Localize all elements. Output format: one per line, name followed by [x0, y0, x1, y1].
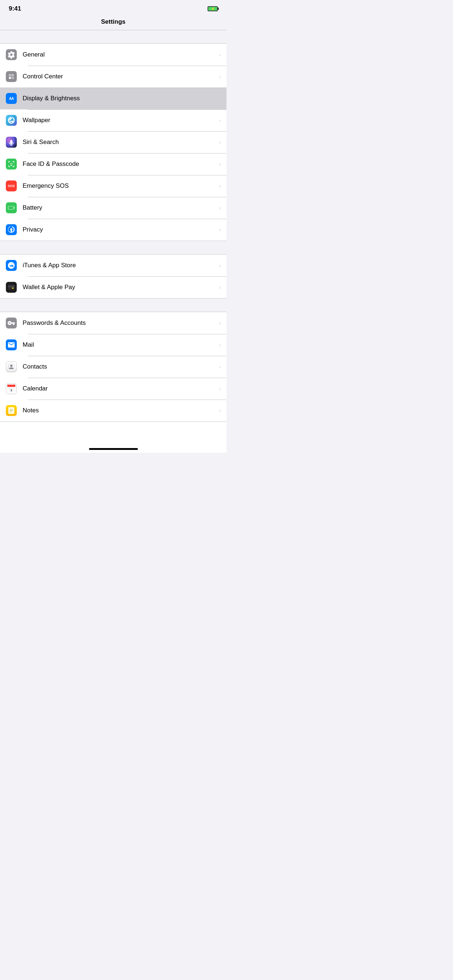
siri-search-chevron: ›	[219, 139, 221, 145]
settings-group-1: General › Control Center › AA Display & …	[0, 43, 226, 241]
svg-rect-25	[8, 368, 9, 369]
svg-text:1: 1	[11, 389, 13, 392]
contacts-chevron: ›	[219, 364, 221, 370]
display-brightness-icon: AA	[6, 93, 17, 104]
svg-rect-15	[14, 207, 14, 208]
siri-search-label: Siri & Search	[22, 138, 216, 146]
sidebar-item-contacts[interactable]: Contacts ›	[0, 356, 226, 378]
sidebar-item-emergency-sos[interactable]: SOS Emergency SOS ›	[0, 175, 226, 197]
section-gap-2	[0, 241, 226, 254]
general-label: General	[22, 51, 216, 58]
battery-body: ⚡	[207, 6, 218, 11]
passwords-chevron: ›	[219, 320, 221, 326]
control-center-label: Control Center	[22, 73, 216, 80]
svg-rect-16	[8, 206, 14, 209]
appstore-chevron: ›	[219, 262, 221, 268]
battery-status-icon: ⚡	[207, 6, 218, 11]
section-gap-3	[0, 299, 226, 312]
home-bar	[0, 444, 226, 453]
svg-point-9	[10, 140, 13, 145]
face-id-chevron: ›	[219, 161, 221, 167]
sidebar-item-mail[interactable]: Mail ›	[0, 334, 226, 356]
appstore-label: iTunes & App Store	[22, 262, 216, 269]
svg-point-22	[10, 364, 13, 367]
contacts-icon	[6, 361, 17, 372]
sidebar-item-siri-search[interactable]: Siri & Search ›	[0, 131, 226, 153]
svg-rect-19	[12, 288, 14, 289]
general-chevron: ›	[219, 52, 221, 57]
emergency-sos-icon: SOS	[6, 180, 17, 191]
sidebar-item-wallet-applepay[interactable]: Wallet & Apple Pay ›	[0, 276, 226, 298]
svg-rect-2	[9, 77, 11, 79]
control-center-icon	[6, 71, 17, 82]
face-id-label: Face ID & Passcode	[22, 161, 216, 168]
sidebar-item-itunes-appstore[interactable]: iTunes & App Store ›	[0, 255, 226, 276]
sidebar-item-battery[interactable]: Battery ›	[0, 197, 226, 219]
svg-point-4	[10, 75, 11, 76]
page-title: Settings	[101, 18, 126, 25]
battery-bolt-icon: ⚡	[211, 7, 215, 11]
notes-icon	[6, 405, 17, 416]
wallet-icon	[6, 282, 17, 293]
sidebar-item-display-brightness[interactable]: AA Display & Brightness ›	[0, 88, 226, 110]
control-center-chevron: ›	[219, 74, 221, 80]
calendar-label: Calendar	[22, 385, 216, 392]
face-id-icon	[6, 159, 17, 170]
sidebar-item-calendar[interactable]: 1 Calendar ›	[0, 378, 226, 399]
svg-rect-18	[8, 286, 14, 287]
battery-label: Battery	[22, 204, 216, 212]
settings-group-3: Passwords & Accounts › Mail › Contacts ›	[0, 312, 226, 422]
display-brightness-label: Display & Brightness	[22, 95, 216, 102]
settings-group-2: iTunes & App Store › Wallet & Apple Pay …	[0, 254, 226, 299]
svg-rect-20	[8, 285, 14, 286]
mail-chevron: ›	[219, 342, 221, 348]
mail-label: Mail	[22, 341, 216, 348]
svg-point-5	[12, 75, 13, 76]
emergency-sos-label: Emergency SOS	[22, 182, 216, 189]
notes-label: Notes	[22, 407, 216, 414]
privacy-label: Privacy	[22, 226, 216, 233]
wallpaper-icon	[6, 115, 17, 126]
sidebar-item-wallpaper[interactable]: Wallpaper ›	[0, 110, 226, 131]
sidebar-item-notes[interactable]: Notes ›	[0, 399, 226, 422]
svg-rect-23	[8, 365, 9, 366]
sidebar-item-general[interactable]: General ›	[0, 44, 226, 65]
mail-icon	[6, 339, 17, 350]
privacy-icon	[6, 224, 17, 235]
calendar-chevron: ›	[219, 386, 221, 391]
sidebar-item-passwords-accounts[interactable]: Passwords & Accounts ›	[0, 312, 226, 334]
wallpaper-label: Wallpaper	[22, 117, 216, 124]
status-bar: 9:41 ⚡	[0, 0, 226, 15]
home-indicator	[89, 448, 138, 450]
privacy-chevron: ›	[219, 227, 221, 232]
section-gap-1	[0, 30, 226, 43]
display-brightness-chevron: ›	[219, 95, 221, 101]
sidebar-item-face-id[interactable]: Face ID & Passcode ›	[0, 153, 226, 175]
calendar-icon: 1	[6, 383, 17, 394]
status-time: 9:41	[9, 5, 21, 13]
battery-icon	[6, 202, 17, 213]
contacts-label: Contacts	[22, 363, 216, 371]
notes-chevron: ›	[219, 407, 221, 414]
nav-title-bar: Settings	[0, 15, 226, 30]
svg-rect-6	[12, 77, 13, 78]
sidebar-item-control-center[interactable]: Control Center ›	[0, 65, 226, 88]
appstore-icon	[6, 260, 17, 271]
battery-chevron: ›	[219, 205, 221, 211]
sidebar-item-privacy[interactable]: Privacy ›	[0, 219, 226, 240]
status-icons: ⚡	[207, 6, 218, 11]
passwords-icon	[6, 318, 17, 328]
general-icon	[6, 49, 17, 60]
svg-rect-26	[7, 385, 15, 387]
wallet-label: Wallet & Apple Pay	[22, 284, 216, 291]
passwords-label: Passwords & Accounts	[22, 320, 216, 327]
svg-point-8	[10, 119, 11, 120]
siri-search-icon	[6, 137, 17, 148]
emergency-sos-chevron: ›	[219, 183, 221, 189]
wallet-chevron: ›	[219, 285, 221, 290]
bottom-spacer	[0, 422, 226, 444]
wallpaper-chevron: ›	[219, 118, 221, 123]
svg-rect-24	[8, 366, 9, 367]
svg-rect-7	[12, 78, 13, 79]
